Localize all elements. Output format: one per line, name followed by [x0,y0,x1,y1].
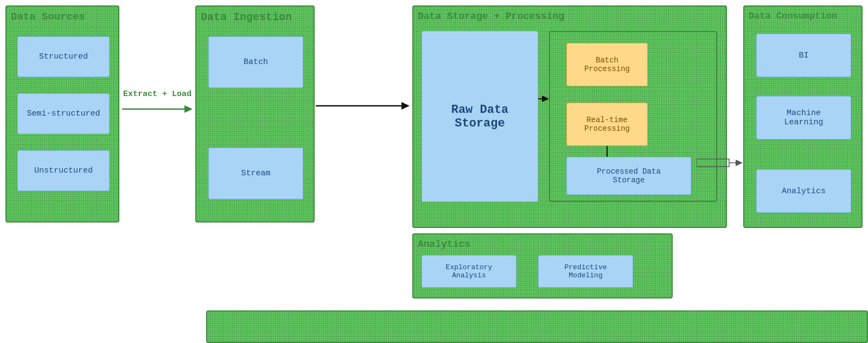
exploratory-analysis-label: Exploratory Analysis [446,263,493,280]
svg-marker-10 [736,160,743,166]
predictive-modeling-label: Predictive Modeling [564,263,607,280]
analytics-section: Analytics Exploratory Analysis Predictiv… [412,233,673,298]
processing-subsection: Batch Processing Real-time Processing Pr… [549,31,717,202]
svg-marker-7 [542,96,549,102]
storage-consumption-arrow [697,155,745,171]
analytics-consumption-item: Analytics [756,169,851,213]
batch-item: Batch [208,36,303,88]
svg-marker-1 [184,105,193,113]
unstructured-item: Unstructured [17,150,110,191]
unstructured-label: Unstructured [34,166,93,175]
structured-item: Structured [17,36,110,77]
svg-rect-8 [697,159,729,167]
data-consumption-title: Data Consumption [749,11,837,21]
extract-load-label: Extract + Load [123,90,192,99]
analytics-consumption-label: Analytics [782,187,826,196]
batch-processing-box: Batch Processing [566,43,648,86]
data-storage-section: Data Storage + Processing Raw Data Stora… [412,5,727,228]
realtime-processing-label: Real-time Processing [584,116,630,133]
semi-structured-item: Semi-structured [17,93,110,134]
svg-marker-3 [401,102,410,110]
data-sources-section: Data Sources Structured Semi-structured … [5,5,119,223]
raw-data-storage-label: Raw Data Storage [451,103,509,130]
data-ingestion-title: Data Ingestion [201,11,292,23]
processed-data-storage-box: Processed Data Storage [566,157,691,195]
semi-structured-label: Semi-structured [27,109,100,118]
bottom-bar [206,310,868,343]
predictive-modeling-box: Predictive Modeling [538,255,633,288]
structured-label: Structured [39,52,88,61]
machine-learning-item: Machine Learning [756,96,851,139]
machine-learning-label: Machine Learning [784,109,823,127]
data-storage-title: Data Storage + Processing [418,11,564,22]
bi-item: BI [756,34,851,77]
realtime-processing-box: Real-time Processing [566,103,648,146]
analytics-title: Analytics [418,239,470,250]
data-consumption-section: Data Consumption BI Machine Learning Ana… [743,5,863,228]
stream-item: Stream [208,148,303,199]
data-ingestion-section: Data Ingestion Batch Stream [195,5,315,223]
exploratory-analysis-box: Exploratory Analysis [422,255,516,288]
batch-processing-label: Batch Processing [584,56,630,73]
data-sources-title: Data Sources [11,11,85,23]
batch-label: Batch [244,58,268,67]
raw-data-storage-box: Raw Data Storage [422,31,538,202]
processed-data-storage-label: Processed Data Storage [597,167,661,185]
extract-load-arrow: Extract + Load [119,87,195,119]
ingestion-storage-arrow [316,95,411,117]
stream-label: Stream [241,169,270,178]
bi-label: BI [799,51,808,60]
